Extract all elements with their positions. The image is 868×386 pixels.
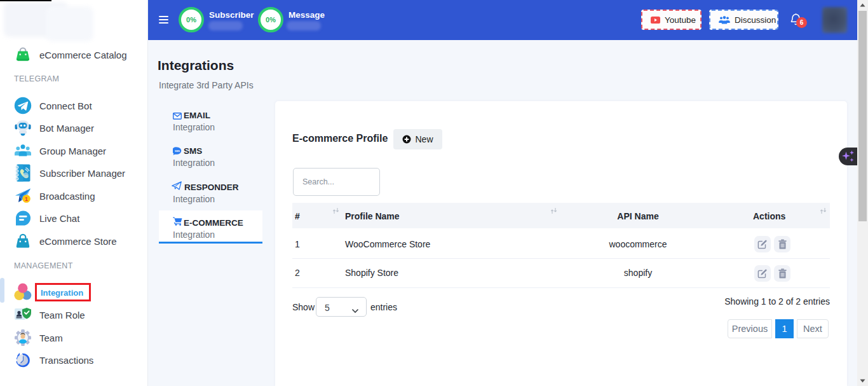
svg-text:1: 1: [25, 196, 28, 202]
svg-text:SMS: SMS: [175, 150, 180, 153]
